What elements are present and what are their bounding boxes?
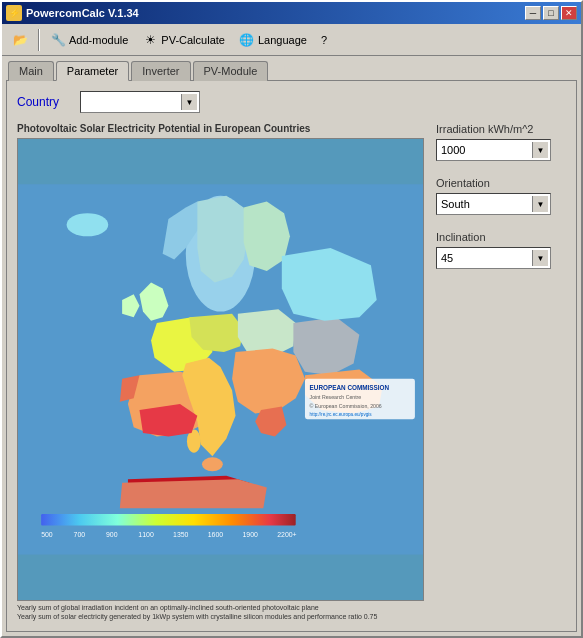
svg-point-4 xyxy=(202,457,223,471)
orientation-select[interactable]: South ▼ xyxy=(436,193,551,215)
irradiation-value: 1000 xyxy=(441,144,465,156)
svg-text:© European Commission, 2006: © European Commission, 2006 xyxy=(310,403,382,409)
pv-calculate-button[interactable]: ☀ PV-Calculate xyxy=(136,28,231,52)
help-label: ? xyxy=(321,34,327,46)
close-button[interactable]: ✕ xyxy=(561,6,577,20)
europe-map: 500 700 900 1100 1350 1600 1900 2200+ EU… xyxy=(18,139,423,600)
pv-calculate-label: PV-Calculate xyxy=(161,34,225,46)
irradiation-dropdown-arrow[interactable]: ▼ xyxy=(532,142,548,158)
country-dropdown-arrow[interactable]: ▼ xyxy=(181,94,197,110)
window-title: PowercomCalc V.1.34 xyxy=(26,7,139,19)
map-footer-line2: Yearly sum of solar electricity generate… xyxy=(17,612,424,621)
svg-text:2200+: 2200+ xyxy=(277,531,297,538)
toolbar: 📂 🔧 Add-module ☀ PV-Calculate 🌐 Language… xyxy=(2,24,581,56)
main-window: ⚡ PowercomCalc V.1.34 ─ □ ✕ 📂 🔧 Add-modu… xyxy=(0,0,583,638)
irradiation-select[interactable]: 1000 ▼ xyxy=(436,139,551,161)
main-layout: Photovoltaic Solar Electricity Potential… xyxy=(17,123,566,621)
svg-rect-5 xyxy=(41,514,296,526)
svg-text:1100: 1100 xyxy=(138,531,154,538)
minimize-button[interactable]: ─ xyxy=(525,6,541,20)
maximize-button[interactable]: □ xyxy=(543,6,559,20)
language-button[interactable]: 🌐 Language xyxy=(233,28,313,52)
map-footer-line1: Yearly sum of global irradiation inciden… xyxy=(17,603,424,612)
inclination-dropdown-arrow[interactable]: ▼ xyxy=(532,250,548,266)
tab-pv-module[interactable]: PV-Module xyxy=(193,61,269,81)
params-section: Irradiation kWh/m^2 1000 ▼ Orientation S… xyxy=(436,123,566,621)
folder-icon: 📂 xyxy=(12,32,28,48)
language-icon: 🌐 xyxy=(239,32,255,48)
svg-text:900: 900 xyxy=(106,531,118,538)
add-module-label: Add-module xyxy=(69,34,128,46)
map-footer: Yearly sum of global irradiation inciden… xyxy=(17,603,424,621)
tab-inverter[interactable]: Inverter xyxy=(131,61,190,81)
orientation-dropdown-arrow[interactable]: ▼ xyxy=(532,196,548,212)
map-container: 500 700 900 1100 1350 1600 1900 2200+ EU… xyxy=(17,138,424,601)
svg-text:http://re.jrc.ec.europa.eu/pvg: http://re.jrc.ec.europa.eu/pvgis xyxy=(310,412,373,417)
title-bar: ⚡ PowercomCalc V.1.34 ─ □ ✕ xyxy=(2,2,581,24)
svg-text:700: 700 xyxy=(74,531,86,538)
svg-text:1900: 1900 xyxy=(242,531,258,538)
content-area: Country ▼ Photovoltaic Solar Electricity… xyxy=(6,80,577,632)
pv-calculate-icon: ☀ xyxy=(142,32,158,48)
tab-main[interactable]: Main xyxy=(8,61,54,81)
app-icon: ⚡ xyxy=(6,5,22,21)
add-module-button[interactable]: 🔧 Add-module xyxy=(44,28,134,52)
add-module-icon: 🔧 xyxy=(50,32,66,48)
svg-text:EUROPEAN COMMISSION: EUROPEAN COMMISSION xyxy=(310,384,390,391)
irradiation-label: Irradiation kWh/m^2 xyxy=(436,123,566,135)
open-button[interactable]: 📂 xyxy=(6,28,34,52)
map-section: Photovoltaic Solar Electricity Potential… xyxy=(17,123,424,621)
country-select[interactable]: ▼ xyxy=(80,91,200,113)
tab-parameter[interactable]: Parameter xyxy=(56,61,129,81)
tab-bar: Main Parameter Inverter PV-Module xyxy=(2,56,581,80)
toolbar-separator-1 xyxy=(38,29,40,51)
inclination-select[interactable]: 45 ▼ xyxy=(436,247,551,269)
svg-text:500: 500 xyxy=(41,531,53,538)
svg-text:1350: 1350 xyxy=(173,531,189,538)
orientation-value: South xyxy=(441,198,470,210)
country-row: Country ▼ xyxy=(17,91,566,113)
language-label: Language xyxy=(258,34,307,46)
orientation-label: Orientation xyxy=(436,177,566,189)
irradiation-group: Irradiation kWh/m^2 1000 ▼ xyxy=(436,123,566,161)
svg-text:Joint Research Centre: Joint Research Centre xyxy=(310,394,362,400)
help-button[interactable]: ? xyxy=(315,28,333,52)
title-bar-left: ⚡ PowercomCalc V.1.34 xyxy=(6,5,139,21)
inclination-label: Inclination xyxy=(436,231,566,243)
country-label: Country xyxy=(17,95,72,109)
orientation-group: Orientation South ▼ xyxy=(436,177,566,215)
svg-point-2 xyxy=(67,213,109,236)
title-bar-buttons: ─ □ ✕ xyxy=(525,6,577,20)
inclination-value: 45 xyxy=(441,252,453,264)
inclination-group: Inclination 45 ▼ xyxy=(436,231,566,269)
svg-text:1600: 1600 xyxy=(208,531,224,538)
map-title: Photovoltaic Solar Electricity Potential… xyxy=(17,123,424,134)
